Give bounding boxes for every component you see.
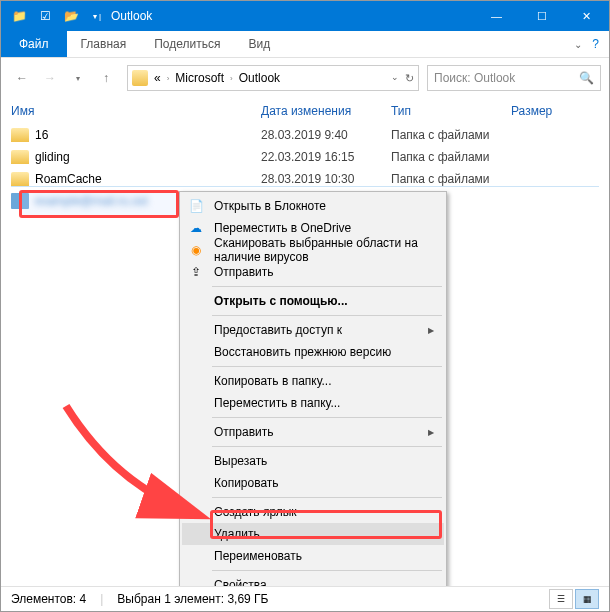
minimize-button[interactable]: — xyxy=(474,1,519,31)
breadcrumb-bar[interactable]: « › Microsoft › Outlook ⌄ ↻ xyxy=(127,65,419,91)
ctx-delete[interactable]: Удалить xyxy=(182,523,444,545)
folder-icon xyxy=(11,128,29,142)
chevron-right-icon: › xyxy=(230,74,233,83)
window-title: Outlook xyxy=(111,9,152,23)
ctx-separator xyxy=(212,417,442,418)
ctx-separator xyxy=(212,446,442,447)
address-dropdown-icon[interactable]: ⌄ xyxy=(391,72,399,85)
qat-dropdown-icon[interactable]: ▾ | xyxy=(87,6,107,26)
status-selection: Выбран 1 элемент: 3,69 ГБ xyxy=(117,592,268,606)
ribbon-tabs: Файл Главная Поделиться Вид ⌄ ? xyxy=(1,31,609,58)
context-menu: 📄Открыть в Блокноте ☁Переместить в OneDr… xyxy=(179,191,447,600)
search-input[interactable]: Поиск: Outlook 🔍 xyxy=(427,65,601,91)
search-icon: 🔍 xyxy=(579,71,594,85)
antivirus-icon: ◉ xyxy=(188,242,204,258)
ctx-open-with[interactable]: Открыть с помощью... xyxy=(182,290,444,312)
ctx-send[interactable]: ⇪Отправить xyxy=(182,261,444,283)
header-date[interactable]: Дата изменения xyxy=(261,104,391,118)
ribbon-expand-icon[interactable]: ⌄ xyxy=(574,39,582,50)
maximize-button[interactable]: ☐ xyxy=(519,1,564,31)
close-button[interactable]: ✕ xyxy=(564,1,609,31)
search-placeholder: Поиск: Outlook xyxy=(434,71,515,85)
chevron-right-icon: ▶ xyxy=(428,428,434,437)
ctx-scan-virus[interactable]: ◉Сканировать выбранные области на наличи… xyxy=(182,239,444,261)
list-item[interactable]: 16 28.03.2019 9:40 Папка с файлами xyxy=(11,124,599,146)
ctx-copy[interactable]: Копировать xyxy=(182,472,444,494)
header-type[interactable]: Тип xyxy=(391,104,511,118)
ctx-open-notepad[interactable]: 📄Открыть в Блокноте xyxy=(182,195,444,217)
header-name[interactable]: Имя xyxy=(11,104,261,118)
ctx-rename[interactable]: Переименовать xyxy=(182,545,444,567)
notepad-icon: 📄 xyxy=(188,198,204,214)
tab-home[interactable]: Главная xyxy=(67,31,141,57)
ctx-separator xyxy=(212,570,442,571)
ctx-send-to[interactable]: Отправить▶ xyxy=(182,421,444,443)
breadcrumb-ellipsis[interactable]: « xyxy=(152,71,163,85)
tab-share[interactable]: Поделиться xyxy=(140,31,234,57)
statusbar: Элементов: 4 | Выбран 1 элемент: 3,69 ГБ… xyxy=(1,586,609,611)
header-size[interactable]: Размер xyxy=(511,104,599,118)
selected-item-highlight xyxy=(19,190,179,218)
folder-icon xyxy=(132,70,148,86)
ctx-separator xyxy=(212,286,442,287)
recent-dropdown[interactable]: ▾ xyxy=(65,65,91,91)
ctx-separator xyxy=(212,315,442,316)
breadcrumb-outlook[interactable]: Outlook xyxy=(237,71,282,85)
ctx-move-to[interactable]: Переместить в папку... xyxy=(182,392,444,414)
back-button[interactable]: ← xyxy=(9,65,35,91)
forward-button[interactable]: → xyxy=(37,65,63,91)
ctx-grant-access[interactable]: Предоставить доступ к▶ xyxy=(182,319,444,341)
share-icon: ⇪ xyxy=(188,264,204,280)
column-headers: Имя Дата изменения Тип Размер xyxy=(1,98,609,124)
ctx-separator xyxy=(212,366,442,367)
help-icon[interactable]: ? xyxy=(592,37,599,51)
breadcrumb-microsoft[interactable]: Microsoft xyxy=(173,71,226,85)
folder-icon xyxy=(11,150,29,164)
refresh-icon[interactable]: ↻ xyxy=(405,72,414,85)
folder-icon: 📁 xyxy=(9,6,29,26)
view-list-button[interactable]: ☰ xyxy=(549,589,573,609)
list-item[interactable]: gliding 22.03.2019 16:15 Папка с файлами xyxy=(11,146,599,168)
properties-icon[interactable]: ☑ xyxy=(35,6,55,26)
ctx-restore[interactable]: Восстановить прежнюю версию xyxy=(182,341,444,363)
folder-icon xyxy=(11,172,29,186)
onedrive-icon: ☁ xyxy=(188,220,204,236)
tab-file[interactable]: Файл xyxy=(1,31,67,57)
selection-divider xyxy=(11,186,599,187)
titlebar: 📁 ☑ 📂 ▾ | Outlook — ☐ ✕ xyxy=(1,1,609,31)
chevron-right-icon: › xyxy=(167,74,170,83)
tab-view[interactable]: Вид xyxy=(234,31,284,57)
ctx-separator xyxy=(212,497,442,498)
quick-access-toolbar: 📁 ☑ 📂 ▾ | xyxy=(1,6,107,26)
ctx-create-shortcut[interactable]: Создать ярлык xyxy=(182,501,444,523)
qat-folder-icon: 📂 xyxy=(61,6,81,26)
ctx-copy-to[interactable]: Копировать в папку... xyxy=(182,370,444,392)
ctx-cut[interactable]: Вырезать xyxy=(182,450,444,472)
up-button[interactable]: ↑ xyxy=(93,65,119,91)
address-bar: ← → ▾ ↑ « › Microsoft › Outlook ⌄ ↻ Поис… xyxy=(1,58,609,98)
view-details-button[interactable]: ▦ xyxy=(575,589,599,609)
chevron-right-icon: ▶ xyxy=(428,326,434,335)
status-count: Элементов: 4 xyxy=(11,592,86,606)
window-controls: — ☐ ✕ xyxy=(474,1,609,31)
